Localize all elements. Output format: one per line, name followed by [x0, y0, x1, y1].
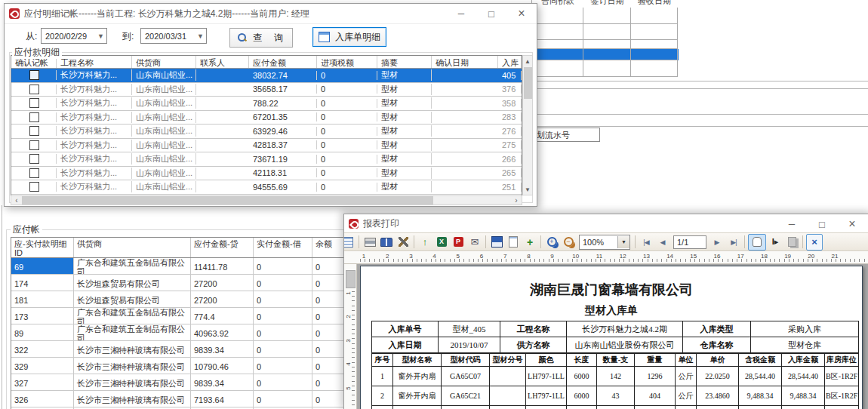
table-row[interactable]: 322长沙市三湘特种玻璃有限公司9839.3400 [11, 341, 371, 358]
next-page-icon[interactable] [709, 235, 725, 250]
table-row[interactable]: 173广东合和建筑五金制品有限公司774.400 [11, 308, 371, 324]
cell: 窗外开内扇 [393, 386, 442, 406]
column-header: 数量-支 [597, 354, 635, 367]
title-bar[interactable]: 应付明细记帐------当前工程: 长沙万科魅力之城4.2期------当前用户… [5, 4, 537, 24]
close-icon[interactable] [837, 214, 867, 234]
table-row[interactable]: 长沙万科魅力...山东南山铝业...73671.190型材266 [11, 152, 522, 167]
table-row[interactable]: 326长沙市三湘特种玻璃有限公司7193.6400 [11, 391, 371, 407]
export-icon[interactable] [417, 235, 432, 250]
cell: 275 [498, 140, 522, 149]
add-page-icon[interactable] [522, 235, 537, 250]
table-row[interactable]: 长沙万科魅力...山东南山铝业...63929.460型材276 [11, 125, 522, 139]
vertical-scrollbar[interactable]: ▲ ▼ [522, 55, 533, 195]
app-logo-icon [349, 219, 359, 229]
checkbox[interactable] [29, 85, 39, 94]
cell: 40963.92 [191, 324, 254, 340]
page-indicator-input[interactable]: 1/1 [673, 235, 706, 249]
cell: 长沙市三湘特种玻璃有限公司 [74, 374, 191, 390]
table-row[interactable] [532, 49, 679, 60]
cell [635, 406, 676, 409]
save-icon[interactable] [489, 235, 504, 250]
to-date-select[interactable]: 2020/03/31 ▼ [140, 28, 207, 44]
table-row[interactable]: 174长沙坦森贸易有限公司2720000 [11, 275, 371, 291]
checkbox[interactable] [29, 168, 39, 178]
contract-table-header: 合同价款签订日期验收日期 [532, 0, 679, 8]
scrollbar-thumb[interactable] [22, 196, 433, 204]
toolbar-separator [485, 235, 486, 248]
maximize-icon[interactable] [807, 214, 837, 234]
table-row[interactable]: 长沙万科魅力...山东南山铝业...94555.690型材251 [11, 180, 522, 195]
ruler-number: 5 [345, 386, 352, 389]
maximize-icon[interactable] [476, 4, 506, 23]
zoom-out-icon[interactable] [561, 235, 576, 250]
cell: 0 [317, 85, 377, 94]
mail-icon[interactable] [467, 235, 482, 250]
table-row[interactable]: 长沙万科魅力...山东南山铝业...35658.170型材376 [11, 83, 522, 97]
table-row[interactable]: 长沙万科魅力...山东南山铝业...38032.740型材405 [11, 69, 522, 83]
cell: 9,488.34 [782, 386, 825, 406]
inbound-detail-button[interactable]: 入库单明细 [312, 27, 386, 47]
scrollbar-thumb[interactable] [524, 67, 532, 99]
table-row[interactable]: 329长沙市三湘特种玻璃有限公司10790.4600 [11, 358, 371, 374]
table-row[interactable] [532, 8, 679, 24]
confirm-cell [11, 70, 57, 80]
table-row[interactable] [532, 24, 679, 40]
cell: B区-1R2F [825, 386, 859, 406]
tools-icon[interactable] [396, 235, 411, 250]
checkbox[interactable] [29, 140, 39, 150]
table-row[interactable] [532, 40, 679, 49]
inbound-detail-label: 入库单明细 [335, 31, 380, 44]
copy-page-icon[interactable] [784, 235, 799, 250]
prev-page-icon[interactable] [655, 235, 670, 250]
first-page-icon[interactable] [639, 235, 654, 250]
horizontal-scrollbar[interactable]: ‹ › [11, 195, 522, 205]
table-row[interactable]: 长沙万科魅力...山东南山铝业...42818.370型材275 [11, 139, 522, 153]
table-row[interactable]: 327长沙市三湘特种玻璃有限公司9839.3400 [11, 374, 371, 391]
table-row[interactable]: 长沙万科魅力...山东南山铝业...788.220型材358 [11, 97, 522, 111]
close-preview-icon[interactable] [806, 234, 823, 251]
toolbar-separator [359, 235, 359, 248]
table-row[interactable] [532, 60, 679, 77]
report-icon[interactable] [343, 235, 356, 250]
confirm-cell [11, 168, 57, 178]
table-row[interactable]: 69广东合和建筑五金制品有限公司11411.7800 [11, 258, 371, 275]
checkbox[interactable] [29, 70, 39, 80]
table-row[interactable]: 181长沙坦森贸易有限公司2720000 [11, 291, 371, 308]
checkbox[interactable] [29, 112, 39, 122]
zoom-in-icon[interactable] [544, 235, 559, 250]
scroll-up-icon[interactable]: ▲ [523, 56, 532, 66]
checkbox[interactable] [29, 98, 39, 108]
title-bar[interactable]: 报表打印 [344, 214, 868, 233]
last-page-icon[interactable] [726, 235, 741, 250]
zoom-level-select[interactable]: 100%▼ [579, 235, 630, 250]
checkbox[interactable] [29, 154, 39, 164]
field-label: 入库单号 [372, 321, 439, 337]
detail-table-header: 确认记帐工程名称供货商联系人应付金额进项税额摘要确认日期入库 [11, 55, 522, 69]
table-row[interactable]: 89广东合和建筑五金制品有限公司40963.9200 [11, 324, 371, 341]
checkbox[interactable] [29, 126, 39, 136]
column-header: 含税金额 [739, 354, 782, 367]
cell [567, 406, 597, 409]
table-row[interactable]: 长沙万科魅力...山东南山铝业...67201.350型材283 [11, 111, 522, 125]
minimize-icon[interactable] [446, 4, 476, 23]
cell [825, 406, 859, 409]
preview-area[interactable]: 湖南巨晟门窗幕墙有限公司 型材入库单 入库单号型材_405工程名称长沙万科魅力之… [344, 264, 868, 409]
book-icon[interactable] [379, 235, 394, 250]
close-icon[interactable] [506, 4, 537, 23]
checkbox[interactable] [29, 182, 39, 192]
cell: 27200 [191, 275, 254, 291]
printer-icon[interactable] [362, 235, 377, 250]
scroll-down-icon[interactable]: ▼ [523, 184, 532, 195]
from-date-select[interactable]: 2020/02/29 ▼ [41, 28, 107, 44]
hand-tool-icon[interactable] [748, 234, 766, 251]
excel-icon[interactable] [434, 235, 449, 250]
text-select-icon[interactable] [768, 235, 783, 250]
query-button[interactable]: 查 询 [229, 28, 293, 48]
minimize-icon[interactable] [777, 214, 807, 234]
scroll-left-icon[interactable]: ‹ [11, 196, 22, 204]
pdf-icon[interactable] [451, 235, 466, 250]
chevron-down-icon[interactable]: ▼ [617, 236, 629, 248]
table-row[interactable]: 长沙万科魅力...山东南山铝业...42118.310型材265 [11, 167, 522, 181]
scroll-right-icon[interactable]: › [511, 196, 522, 204]
page-setup-icon[interactable] [506, 235, 521, 250]
